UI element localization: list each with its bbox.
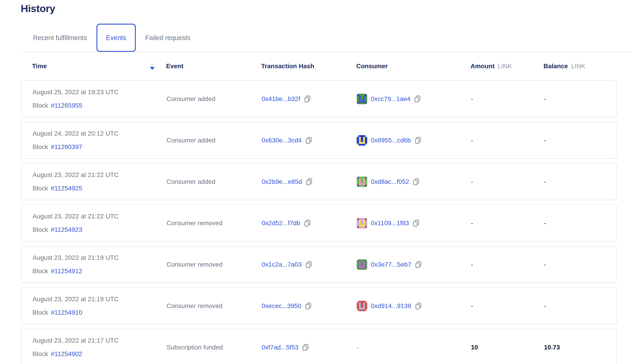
- transaction-hash-cell: 0xf7ad...5f53: [262, 344, 357, 351]
- event-row: August 25, 2022 at 19:23 UTC Block #1126…: [21, 80, 617, 118]
- transaction-hash-link[interactable]: 0x2d52...f7db: [262, 220, 300, 227]
- block-number-link[interactable]: #11254910: [51, 309, 82, 316]
- consumer-address-link: -: [357, 344, 359, 351]
- sort-desc-icon: [150, 67, 155, 70]
- balance-cell: 10.73: [544, 344, 616, 351]
- block-label: Block: [32, 102, 48, 109]
- block-number-link[interactable]: #11254902: [51, 350, 82, 358]
- transaction-hash-link[interactable]: 0x2b9e...e85d: [262, 178, 302, 186]
- consumer-cell: 0xd914...9138: [357, 301, 471, 311]
- identicon-avatar: [357, 259, 367, 270]
- balance-unit-label: LINK: [571, 62, 585, 70]
- event-row: August 23, 2022 at 21:22 UTC Block #1125…: [21, 163, 617, 200]
- copy-icon[interactable]: [306, 178, 312, 186]
- identicon-avatar: [357, 176, 367, 187]
- transaction-hash-link[interactable]: 0x630e...3cd4: [262, 137, 302, 144]
- copy-icon[interactable]: [413, 220, 420, 227]
- amount-cell: -: [471, 137, 544, 144]
- identicon-avatar: [357, 301, 367, 311]
- tab-events[interactable]: Events: [96, 24, 136, 52]
- consumer-cell: 0xcc79...1ae4: [357, 94, 471, 104]
- event-timestamp: August 23, 2022 at 21:22 UTC: [32, 171, 118, 178]
- column-header-amount: Amount LINK: [470, 62, 544, 70]
- event-timestamp: August 23, 2022 at 21:19 UTC: [32, 254, 118, 262]
- balance-column-label: Balance: [544, 62, 568, 70]
- copy-icon[interactable]: [415, 261, 422, 268]
- copy-icon[interactable]: [305, 137, 312, 144]
- event-timestamp: August 23, 2022 at 21:22 UTC: [32, 213, 118, 220]
- event-type: Consumer added: [166, 178, 216, 186]
- amount-value: -: [471, 95, 473, 102]
- event-row: August 23, 2022 at 21:17 UTC Block #1125…: [21, 329, 617, 364]
- event-cell: Subscription funded: [166, 344, 262, 351]
- time-cell: August 23, 2022 at 21:19 UTC Block #1125…: [21, 296, 166, 316]
- block-number-link[interactable]: #11254925: [51, 185, 82, 192]
- consumer-cell: 0x3e77...5eb7: [357, 259, 471, 270]
- copy-icon[interactable]: [414, 95, 421, 102]
- block-label: Block: [32, 185, 48, 192]
- event-type: Consumer removed: [166, 220, 222, 227]
- event-type: Consumer added: [166, 137, 216, 144]
- time-column-label: Time: [32, 62, 47, 70]
- transaction-hash-link[interactable]: 0x41be...b32f: [262, 95, 300, 102]
- copy-icon[interactable]: [415, 302, 422, 310]
- event-row: August 23, 2022 at 21:22 UTC Block #1125…: [21, 204, 617, 242]
- copy-icon[interactable]: [305, 261, 312, 268]
- consumer-address-link[interactable]: 0xd8ac...f052: [371, 178, 409, 186]
- amount-value: -: [471, 302, 473, 310]
- balance-cell: -: [544, 261, 616, 268]
- block-line: Block #11254923: [32, 226, 82, 234]
- tab-bar: Recent fulfillments Events Failed reques…: [21, 24, 632, 52]
- transaction-hash-link[interactable]: 0x1c2a...7a03: [262, 261, 302, 268]
- copy-icon[interactable]: [302, 344, 309, 351]
- balance-value: -: [544, 220, 546, 227]
- event-type: Consumer removed: [166, 261, 222, 268]
- copy-icon[interactable]: [413, 178, 420, 186]
- balance-value: -: [544, 302, 546, 310]
- consumer-cell: 0x8955...cd6b: [357, 135, 471, 146]
- page-title: History: [21, 3, 617, 14]
- column-header-time[interactable]: Time: [21, 62, 166, 70]
- consumer-address-link[interactable]: 0xcc79...1ae4: [371, 95, 410, 102]
- balance-value: -: [544, 95, 546, 102]
- block-number-link[interactable]: #11265955: [51, 102, 82, 109]
- time-cell: August 23, 2022 at 21:17 UTC Block #1125…: [21, 337, 166, 358]
- block-number-link[interactable]: #11254923: [51, 226, 82, 234]
- event-timestamp: August 23, 2022 at 21:17 UTC: [32, 337, 118, 344]
- event-type: Subscription funded: [166, 344, 223, 351]
- event-rows: August 25, 2022 at 19:23 UTC Block #1126…: [21, 80, 617, 364]
- tab-failed-requests[interactable]: Failed requests: [136, 24, 200, 52]
- identicon-avatar: [357, 94, 367, 104]
- block-label: Block: [32, 226, 48, 234]
- time-cell: August 23, 2022 at 21:19 UTC Block #1125…: [21, 254, 166, 275]
- copy-icon[interactable]: [414, 137, 421, 144]
- block-line: Block #11254902: [32, 350, 82, 358]
- time-cell: August 24, 2022 at 20:12 UTC Block #1126…: [21, 130, 166, 150]
- time-cell: August 25, 2022 at 19:23 UTC Block #1126…: [21, 88, 166, 109]
- amount-cell: -: [471, 95, 544, 102]
- block-number-link[interactable]: #11260397: [51, 143, 82, 150]
- copy-icon[interactable]: [304, 220, 311, 227]
- transaction-hash-link[interactable]: 0xf7ad...5f53: [262, 344, 298, 351]
- event-cell: Consumer removed: [166, 220, 262, 227]
- tab-recent-fulfillments[interactable]: Recent fulfillments: [21, 24, 96, 52]
- time-cell: August 23, 2022 at 21:22 UTC Block #1125…: [21, 213, 166, 234]
- block-label: Block: [32, 143, 48, 150]
- transaction-hash-link[interactable]: 0xecec...3950: [262, 302, 301, 310]
- consumer-address-link[interactable]: 0x8955...cd6b: [371, 137, 411, 144]
- copy-icon[interactable]: [304, 95, 311, 102]
- consumer-address-link[interactable]: 0x1109...1f83: [371, 220, 409, 227]
- sort-indicator-icon[interactable]: [150, 62, 155, 70]
- amount-value: -: [471, 137, 473, 144]
- balance-cell: -: [544, 220, 616, 227]
- column-header-balance: Balance LINK: [544, 62, 617, 70]
- event-cell: Consumer added: [166, 178, 262, 186]
- block-line: Block #11254910: [32, 309, 82, 316]
- amount-cell: -: [471, 220, 544, 227]
- consumer-address-link[interactable]: 0x3e77...5eb7: [371, 261, 411, 268]
- column-header-consumer: Consumer: [356, 62, 470, 70]
- consumer-address-link[interactable]: 0xd914...9138: [371, 302, 411, 310]
- copy-icon[interactable]: [305, 302, 312, 310]
- transaction-hash-column-label: Transaction Hash: [261, 62, 314, 70]
- block-number-link[interactable]: #11254912: [51, 268, 82, 275]
